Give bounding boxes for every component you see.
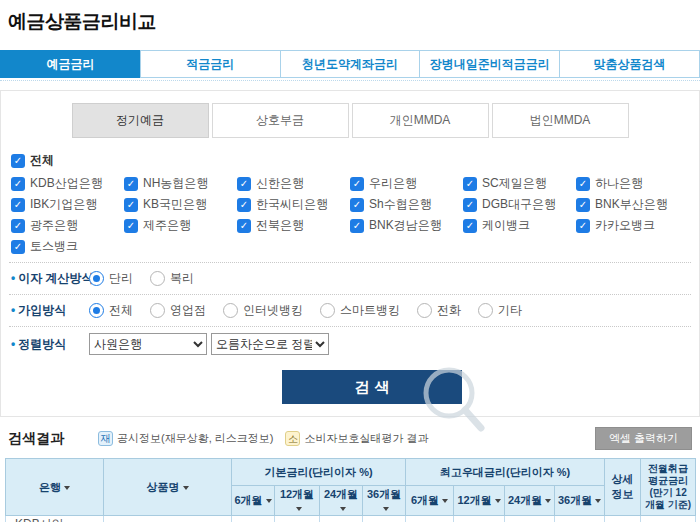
bank-checkbox-bnk-gyeongnam[interactable]: BNK경남은행 [350,217,463,234]
checkbox-checked-icon[interactable] [237,198,251,212]
sort-target-select[interactable]: 사원은행 [89,333,207,355]
results-legend: 재 공시정보(재무상황, 리스크정보) 소 소비자보호실태평가 결과 [98,431,441,446]
cell-max-6m: 2.70 [406,516,454,522]
subtab-mutual-installment[interactable]: 상호부금 [212,103,349,138]
checkbox-checked-icon[interactable] [237,219,251,233]
radio-icon[interactable] [478,303,493,318]
radio-simple-interest[interactable]: 단리 [89,270,133,287]
col-header-max-12m[interactable]: 12개월 [454,486,505,516]
product-type-buttons: 정기예금 상호부금 개인MMDA 법인MMDA [1,103,699,138]
radio-icon[interactable] [150,303,165,318]
legend-consumer-protection: 소 소비자보호실태평가 결과 [285,431,428,446]
subtab-term-deposit[interactable]: 정기예금 [72,103,209,138]
sort-arrow-icon [595,499,601,503]
disclosure-badge-icon: 재 [98,431,113,446]
tab-youth-account-rate[interactable]: 청년도약계좌금리 [280,50,421,78]
bank-checkbox-nh[interactable]: NH농협은행 [124,175,237,192]
checkbox-checked-icon[interactable] [463,198,477,212]
bank-checkbox-dgb[interactable]: DGB대구은행 [463,196,576,213]
col-group-base-rate: 기본금리(단리이자 %) [232,459,406,486]
sort-arrow-icon [340,507,346,511]
bank-checkbox-sc[interactable]: SC제일은행 [463,175,576,192]
radio-join-all[interactable]: 전체 [89,302,133,319]
cell-base-24m: 2.70 [320,516,363,522]
excel-export-button[interactable]: 엑셀 출력하기 [595,427,692,450]
cell-max-12m: 2.70 [454,516,505,522]
radio-selected-icon[interactable] [89,271,104,286]
checkbox-checked-icon[interactable] [350,219,364,233]
bank-checkbox-kb[interactable]: KB국민은행 [124,196,237,213]
checkbox-checked-icon[interactable] [11,219,25,233]
bullet-icon: • [11,271,15,285]
tabs-divider [0,80,700,81]
cell-detail: 보기 [605,516,641,522]
cell-bank: KDB산업은행 재 소 [6,516,104,522]
sort-arrow-icon [64,486,70,490]
col-header-max-36m[interactable]: 36개월 [555,486,605,516]
bank-checkbox-jeju[interactable]: 제주은행 [124,217,237,234]
bank-checkbox-toss[interactable]: 토스뱅크 [11,238,124,255]
col-header-max-24m[interactable]: 24개월 [505,486,555,516]
bank-checkbox-kdb[interactable]: KDB산업은행 [11,175,124,192]
subtab-corporate-mmda[interactable]: 법인MMDA [492,103,629,138]
cell-max-24m: 2.70 [505,516,555,522]
checkbox-checked-icon[interactable] [463,219,477,233]
checkbox-checked-icon[interactable] [576,198,590,212]
bank-all-checkbox-row[interactable]: 전체 [11,152,689,169]
bank-checkbox-jeonbuk[interactable]: 전북은행 [237,217,350,234]
col-header-base-6m[interactable]: 6개월 [232,486,275,516]
col-header-base-24m[interactable]: 24개월 [320,486,363,516]
col-header-base-12m[interactable]: 12개월 [275,486,320,516]
col-header-detail: 상세정보 [605,459,641,516]
sort-arrow-icon [545,499,551,503]
col-header-product[interactable]: 상품명 [104,459,232,516]
radio-join-etc[interactable]: 기타 [478,302,522,319]
radio-icon[interactable] [223,303,238,318]
sort-order-select[interactable]: 오름차순으로 정렬 [211,333,329,355]
radio-selected-icon[interactable] [89,303,104,318]
bank-checkbox-bnk-busan[interactable]: BNK부산은행 [576,196,689,213]
search-button[interactable]: 검색 [282,370,462,404]
checkbox-checked-icon[interactable] [124,198,138,212]
checkbox-checked-icon[interactable] [576,219,590,233]
tab-deposit-rate[interactable]: 예금금리 [0,50,141,78]
checkbox-checked-icon[interactable] [237,177,251,191]
interest-calc-label: •이자 계산방식 [11,270,89,287]
page: 예금상품금리비교 예금금리 적금금리 청년도약계좌금리 장병내일준비적금금리 맞… [0,9,700,522]
radio-icon[interactable] [417,303,432,318]
tab-soldier-savings-rate[interactable]: 장병내일준비적금금리 [419,50,560,78]
checkbox-checked-icon[interactable] [350,177,364,191]
radio-icon[interactable] [320,303,335,318]
bank-checkbox-shinhan[interactable]: 신한은행 [237,175,350,192]
tab-custom-product-search[interactable]: 맞춤상품검색 [559,50,700,78]
bank-checkbox-area: 전체 KDB산업은행 NH농협은행 신한은행 우리은행 SC제일은행 하나은행 … [1,151,699,262]
checkbox-checked-icon[interactable] [11,198,25,212]
bank-checkbox-kbank[interactable]: 케이뱅크 [463,217,576,234]
checkbox-checked-icon[interactable] [11,154,25,168]
checkbox-checked-icon[interactable] [576,177,590,191]
radio-compound-interest[interactable]: 복리 [150,270,194,287]
col-header-base-36m[interactable]: 36개월 [363,486,406,516]
radio-icon[interactable] [150,271,165,286]
bank-checkbox-sh[interactable]: Sh수협은행 [350,196,463,213]
checkbox-checked-icon[interactable] [11,177,25,191]
bank-checkbox-gwangju[interactable]: 광주은행 [11,217,124,234]
col-header-max-6m[interactable]: 6개월 [406,486,454,516]
bank-checkbox-woori[interactable]: 우리은행 [350,175,463,192]
tab-savings-rate[interactable]: 적금금리 [140,50,281,78]
bank-checkbox-hana[interactable]: 하나은행 [576,175,689,192]
bank-checkbox-citi[interactable]: 한국씨티은행 [237,196,350,213]
radio-join-branch[interactable]: 영업점 [150,302,206,319]
radio-join-smart[interactable]: 스마트뱅킹 [320,302,400,319]
checkbox-checked-icon[interactable] [124,219,138,233]
bank-checkbox-kakao[interactable]: 카카오뱅크 [576,217,689,234]
checkbox-checked-icon[interactable] [350,198,364,212]
radio-join-phone[interactable]: 전화 [417,302,461,319]
checkbox-checked-icon[interactable] [11,240,25,254]
radio-join-internet[interactable]: 인터넷뱅킹 [223,302,303,319]
bank-checkbox-ibk[interactable]: IBK기업은행 [11,196,124,213]
checkbox-checked-icon[interactable] [463,177,477,191]
subtab-personal-mmda[interactable]: 개인MMDA [352,103,489,138]
col-header-bank[interactable]: 은행 [6,459,104,516]
checkbox-checked-icon[interactable] [124,177,138,191]
